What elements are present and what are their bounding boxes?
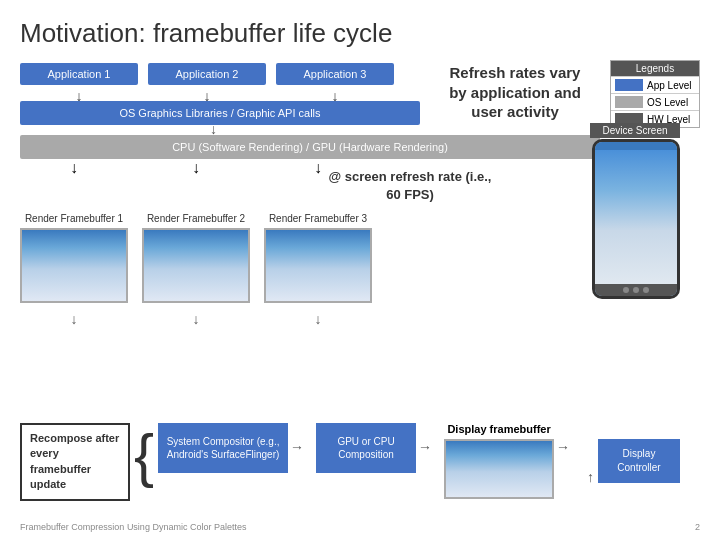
footer: Framebuffer Compression Using Dynamic Co…: [0, 522, 720, 532]
fb-screen-content-2: [144, 230, 248, 301]
fb-to-bottom-arrows: ↓ ↓ ↓: [20, 311, 372, 327]
display-controller-box: Display Controller: [598, 439, 680, 483]
fb-screen-1: [20, 228, 128, 303]
fb-item-3: Render Framebuffer 3: [264, 213, 372, 303]
phone-bottom-bar: [595, 284, 677, 296]
phone-screen: [595, 150, 677, 284]
fb-screen-3: [264, 228, 372, 303]
fb-item-2: Render Framebuffer 2: [142, 213, 250, 303]
display-controller-label: Display Controller: [617, 448, 660, 473]
fb-label-3: Render Framebuffer 3: [269, 213, 367, 224]
arrow-to-fb2: ↓: [142, 159, 250, 177]
display-framebuffer: Display framebuffer: [444, 423, 554, 499]
phone-screen-inner: [595, 150, 677, 284]
recompose-box: Recompose after every framebuffer update: [20, 423, 130, 501]
brace-symbol: {: [134, 423, 154, 483]
fb-down-arrows: ↓ ↓ ↓: [20, 159, 372, 177]
gpu-arrow: →: [416, 423, 434, 455]
system-compositor-label: System Compositor (e.g., Android's Surfa…: [164, 435, 282, 461]
cpu-bar: CPU (Software Rendering) / GPU (Hardware…: [20, 135, 600, 159]
device-screen-label: Device Screen: [590, 123, 680, 138]
refresh-note: Refresh rates vary by application and us…: [440, 63, 590, 122]
device-phone: [592, 139, 680, 299]
app-box-1: Application 1: [20, 63, 138, 85]
page: Motivation: framebuffer life cycle Legen…: [0, 0, 720, 540]
arrow-fb1-down: ↓: [20, 311, 128, 327]
footer-text: Framebuffer Compression Using Dynamic Co…: [20, 522, 246, 532]
fb-label-1: Render Framebuffer 1: [25, 213, 123, 224]
diagram: Application 1 Application 2 Application …: [20, 63, 700, 523]
display-fb-label: Display framebuffer: [444, 423, 554, 435]
arrow-fb2-down: ↓: [142, 311, 250, 327]
phone-top-bar: [595, 142, 677, 150]
fb-item-1: Render Framebuffer 1: [20, 213, 128, 303]
footer-page: 2: [695, 522, 700, 532]
system-compositor-box: System Compositor (e.g., Android's Surfa…: [158, 423, 288, 473]
arrow-fb3-down: ↓: [264, 311, 372, 327]
phone-btn-1: [623, 287, 629, 293]
arrow-to-fb1: ↓: [20, 159, 128, 177]
phone-btn-3: [643, 287, 649, 293]
app-box-3: Application 3: [276, 63, 394, 85]
phone-btn-2: [633, 287, 639, 293]
display-fb-arrow: →: [554, 423, 572, 455]
fb-screen-content-3: [266, 230, 370, 301]
gpu-composition-label: GPU or CPU Composition: [322, 435, 410, 461]
controller-to-phone-arrow: ↑: [587, 469, 594, 485]
fb-screen-2: [142, 228, 250, 303]
gpu-composition-box: GPU or CPU Composition: [316, 423, 416, 473]
fb-row: Render Framebuffer 1 Render Framebuffer …: [20, 213, 372, 303]
app-row: Application 1 Application 2 Application …: [20, 63, 420, 85]
arrow-to-fb3: ↓: [264, 159, 372, 177]
fb-screen-content-1: [22, 230, 126, 301]
fb-label-2: Render Framebuffer 2: [147, 213, 245, 224]
compositor-arrow: →: [288, 423, 306, 455]
recompose-label: Recompose after every framebuffer update: [30, 432, 119, 490]
display-fb-screen: [444, 439, 554, 499]
os-bar: OS Graphics Libraries / Graphic API call…: [20, 101, 420, 125]
page-title: Motivation: framebuffer life cycle: [20, 18, 700, 49]
app-box-2: Application 2: [148, 63, 266, 85]
